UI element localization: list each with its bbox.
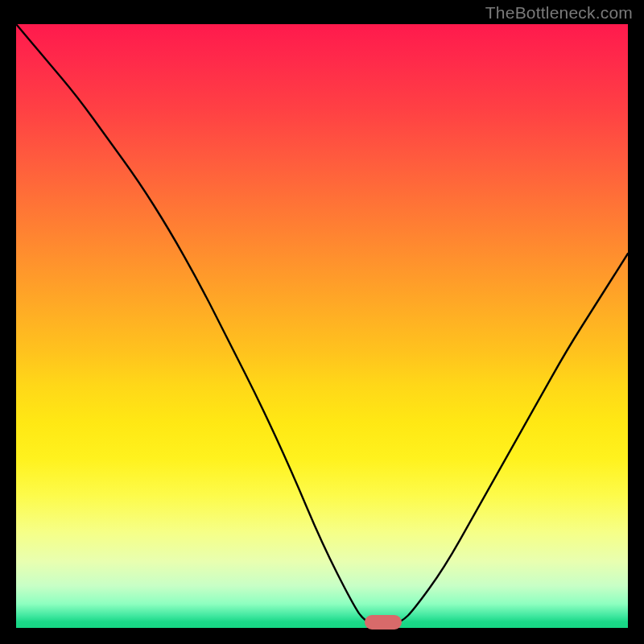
watermark-label: TheBottleneck.com xyxy=(485,3,633,23)
chart-frame: TheBottleneck.com xyxy=(0,0,644,644)
optimum-marker xyxy=(365,615,402,630)
bottleneck-curve xyxy=(16,24,628,628)
plot-area xyxy=(16,24,628,628)
